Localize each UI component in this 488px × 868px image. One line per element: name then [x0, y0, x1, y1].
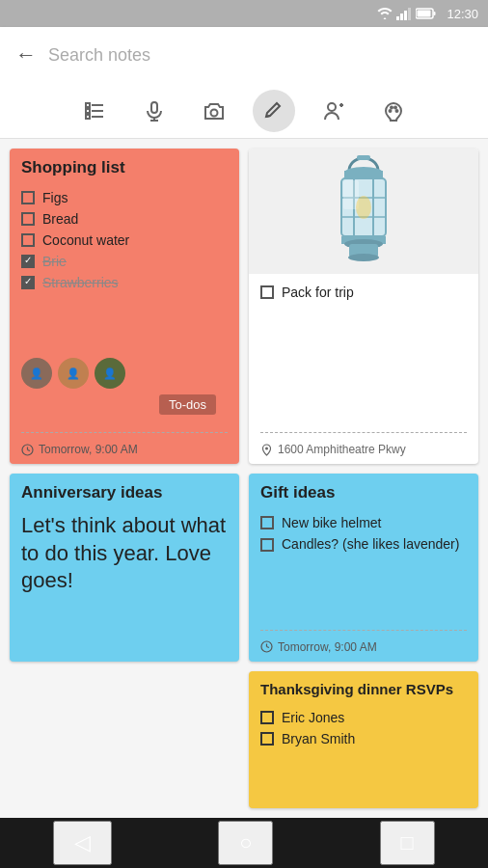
palette-button[interactable] [372, 90, 415, 132]
svg-point-36 [356, 196, 371, 219]
check-label: Candles? (she likes lavender) [282, 536, 459, 552]
check-label: Bryan Smith [282, 731, 355, 746]
avatar: 👤 [95, 358, 125, 389]
note-anniversary-title: Anniversary ideas [10, 474, 239, 508]
clock-icon [21, 444, 34, 456]
checkbox [260, 516, 274, 529]
svg-rect-6 [434, 12, 436, 15]
location-icon [260, 444, 273, 456]
checkbox [21, 212, 35, 226]
note-gift-body: New bike helmet Candles? (she likes lave… [249, 508, 478, 624]
check-item: Bread [21, 208, 228, 230]
status-bar: 12:30 [0, 0, 488, 27]
avatar: 👤 [58, 358, 89, 389]
svg-point-16 [211, 109, 218, 116]
bottom-nav: ◁ ○ □ [0, 818, 488, 868]
note-divider [260, 432, 467, 433]
note-location: 1600 Amphitheatre Pkwy [249, 439, 478, 464]
svg-rect-29 [344, 171, 383, 178]
checkbox-checked [21, 276, 35, 289]
check-label: Figs [42, 190, 68, 205]
note-shopping-body: Figs Bread Coconut water Brie Strawberri… [10, 183, 239, 352]
svg-point-20 [390, 110, 392, 112]
check-item: New bike helmet [260, 512, 467, 533]
search-input[interactable]: Search notes [48, 45, 473, 66]
check-item: Strawberries [21, 272, 228, 293]
note-trip[interactable]: Pack for trip 1600 Amphitheatre Pkwy [249, 149, 478, 464]
avatar: 👤 [21, 358, 52, 389]
note-gift-title: Gift ideas [249, 474, 478, 508]
svg-rect-13 [151, 102, 157, 113]
todos-badge: To-dos [159, 394, 216, 415]
top-bar: ← Search notes [0, 27, 488, 83]
check-label-done: Strawberries [42, 275, 119, 290]
draw-button[interactable] [253, 90, 295, 132]
nav-recent-button[interactable]: □ [380, 821, 435, 865]
svg-point-21 [391, 106, 393, 108]
svg-point-17 [328, 103, 336, 111]
note-anniversary[interactable]: Anniversary ideas Let's think about what… [10, 474, 239, 662]
checkbox [260, 285, 274, 299]
notes-grid: Shopping list Figs Bread Coconut water B… [0, 139, 488, 818]
check-item: Pack for trip [260, 282, 467, 303]
svg-rect-7 [86, 103, 90, 107]
svg-line-26 [28, 449, 31, 450]
nav-back-button[interactable]: ◁ [53, 821, 112, 865]
checkbox [260, 711, 274, 724]
check-label: New bike helmet [282, 515, 382, 530]
note-shopping-title: Shopping list [10, 149, 239, 183]
svg-rect-9 [86, 109, 90, 113]
note-reminder: Tomorrow, 9:00 AM [249, 637, 478, 662]
svg-point-40 [348, 254, 379, 261]
check-label: Eric Jones [282, 710, 344, 725]
note-divider [260, 630, 467, 631]
check-item: Bryan Smith [260, 728, 467, 749]
camera-button[interactable] [193, 90, 235, 132]
check-item: Brie [21, 251, 228, 272]
note-thanksgiving-title: Thanksgiving dinner RSVPs [249, 671, 478, 703]
wifi-icon [377, 7, 393, 20]
back-button[interactable]: ← [15, 42, 37, 68]
check-label: Bread [42, 211, 78, 227]
location-text: 1600 Amphitheatre Pkwy [278, 443, 406, 456]
note-shopping[interactable]: Shopping list Figs Bread Coconut water B… [10, 149, 239, 464]
svg-rect-2 [404, 11, 407, 20]
add-person-button[interactable] [312, 90, 355, 132]
note-avatars: 👤 👤 👤 [10, 352, 239, 394]
svg-rect-0 [396, 16, 399, 20]
nav-home-button[interactable]: ○ [218, 821, 273, 865]
note-reminder: Tomorrow, 9:00 AM [10, 439, 239, 464]
check-item: Coconut water [21, 230, 228, 251]
list-view-button[interactable] [73, 90, 116, 132]
checkbox-checked [21, 255, 35, 268]
status-time: 12:30 [447, 7, 478, 21]
note-anniversary-body: Let's think about what to do this year. … [10, 508, 239, 607]
checkbox [21, 233, 35, 247]
svg-rect-1 [400, 14, 403, 20]
svg-rect-3 [408, 8, 411, 20]
reminder-text: Tomorrow, 9:00 AM [39, 443, 138, 456]
svg-rect-5 [418, 11, 431, 17]
note-image [249, 149, 478, 274]
clock-icon [260, 640, 273, 653]
checkbox [21, 191, 35, 204]
checkbox [260, 538, 274, 552]
check-item: Candles? (she likes lavender) [260, 533, 467, 555]
signal-icon [396, 7, 412, 20]
check-item: Eric Jones [260, 707, 467, 728]
note-thanksgiving[interactable]: Thanksgiving dinner RSVPs Eric Jones Bry… [249, 671, 478, 808]
mic-button[interactable] [133, 90, 176, 132]
reminder-text: Tomorrow, 9:00 AM [278, 640, 377, 654]
battery-icon [416, 8, 437, 19]
svg-point-22 [394, 106, 396, 108]
lantern-image [320, 153, 407, 269]
svg-rect-11 [86, 115, 90, 119]
check-label: Pack for trip [282, 285, 354, 300]
toolbar [0, 83, 488, 139]
note-thanksgiving-body: Eric Jones Bryan Smith [249, 703, 478, 808]
note-gift[interactable]: Gift ideas New bike helmet Candles? (she… [249, 474, 478, 662]
check-label-done: Brie [42, 254, 67, 269]
svg-line-44 [267, 647, 270, 648]
note-trip-body: Pack for trip [249, 274, 478, 426]
svg-point-41 [265, 447, 268, 449]
